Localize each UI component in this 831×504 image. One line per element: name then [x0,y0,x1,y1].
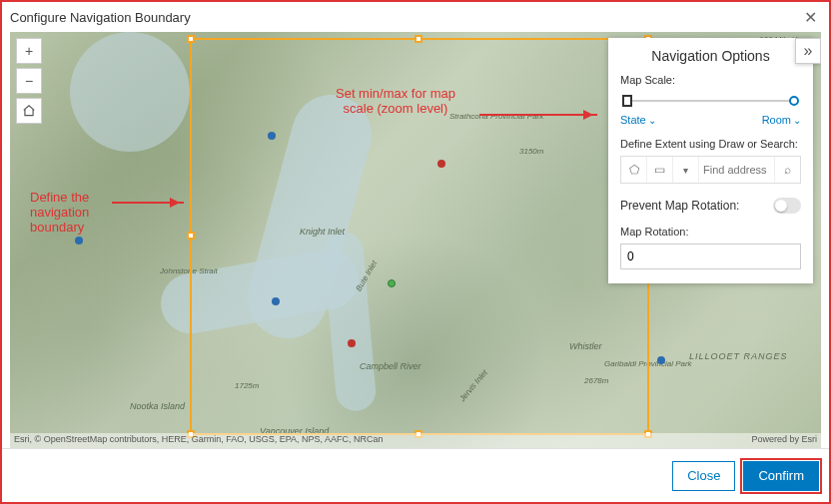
annotation-line: Define the [30,190,89,205]
extent-label: Define Extent using Draw or Search: [620,138,801,150]
polygon-icon: ⬠ [629,163,639,177]
home-extent-button[interactable] [16,98,42,124]
dialog-window: Configure Navigation Boundary ✕ Campbell… [0,0,831,504]
prevent-rotation-row: Prevent Map Rotation: [620,198,801,214]
extent-search-input[interactable] [699,157,774,183]
home-icon [22,104,36,118]
draw-mode-dropdown[interactable]: ▾ [673,157,699,183]
annotation-text: Define the navigation boundary [30,190,89,235]
minus-icon: − [25,73,33,89]
place-label: Nootka Island [130,401,185,411]
slider-track [626,100,795,102]
attribution-right: Powered by Esri [751,434,817,448]
dialog-footer: Close Confirm [2,448,829,502]
resize-handle[interactable] [187,232,195,240]
draw-polygon-button[interactable]: ⬠ [621,157,647,183]
chevron-down-icon: ▾ [683,165,688,176]
slider-max-thumb[interactable] [789,96,799,106]
scale-max-dropdown[interactable]: Room [762,114,801,126]
map-attribution: Esri, © OpenStreetMap contributors, HERE… [10,433,821,449]
plus-icon: + [25,43,33,59]
confirm-button[interactable]: Confirm [743,461,819,491]
map-pin [657,356,665,364]
annotation-text: Set min/max for map scale (zoom level) [336,86,455,116]
extent-search-button[interactable]: ⌕ [774,157,800,183]
window-title: Configure Navigation Boundary [10,10,191,25]
draw-rectangle-button[interactable]: ▭ [647,157,673,183]
resize-handle[interactable] [187,35,195,43]
resize-handle[interactable] [415,35,422,43]
titlebar: Configure Navigation Boundary ✕ [2,2,829,32]
panel-title: Navigation Options [620,48,801,64]
map-scale-slider[interactable] [622,92,799,110]
annotation-line: boundary [30,220,89,235]
zoom-out-button[interactable]: − [16,68,42,94]
close-button[interactable]: Close [672,461,735,491]
prevent-rotation-label: Prevent Map Rotation: [620,199,739,213]
map-scale-label: Map Scale: [620,74,801,86]
attribution-left: Esri, © OpenStreetMap contributors, HERE… [14,434,384,448]
scale-labels: State Room [620,114,801,126]
close-button-label: Close [687,468,720,483]
confirm-button-label: Confirm [758,468,804,483]
map-rotation-label: Map Rotation: [620,226,801,238]
slider-min-thumb[interactable] [622,95,632,107]
zoom-in-button[interactable]: + [16,38,42,64]
annotation-line: scale (zoom level) [336,101,455,116]
map-pin [75,237,83,245]
chevron-right-icon: » [804,42,813,60]
scale-min-dropdown[interactable]: State [620,114,656,126]
extent-tools: ⬠ ▭ ▾ ⌕ [620,156,801,184]
map-controls: + − [16,38,42,124]
navigation-options-panel: Navigation Options Map Scale: State Room… [608,38,813,283]
close-icon[interactable]: ✕ [800,8,821,27]
water-shape [70,32,190,152]
prevent-rotation-toggle[interactable] [773,198,801,214]
rectangle-icon: ▭ [654,163,665,177]
search-icon: ⌕ [784,163,791,177]
annotation-arrow [479,114,597,116]
panel-collapse-button[interactable]: » [795,38,821,64]
annotation-line: navigation [30,205,89,220]
map-rotation-input[interactable] [620,244,801,269]
map-canvas[interactable]: Campbell River Vancouver Island Whistler… [10,32,821,449]
annotation-arrow [112,202,184,204]
annotation-line: Set min/max for map [336,86,455,101]
place-label: LILLOOET RANGES [689,351,788,361]
